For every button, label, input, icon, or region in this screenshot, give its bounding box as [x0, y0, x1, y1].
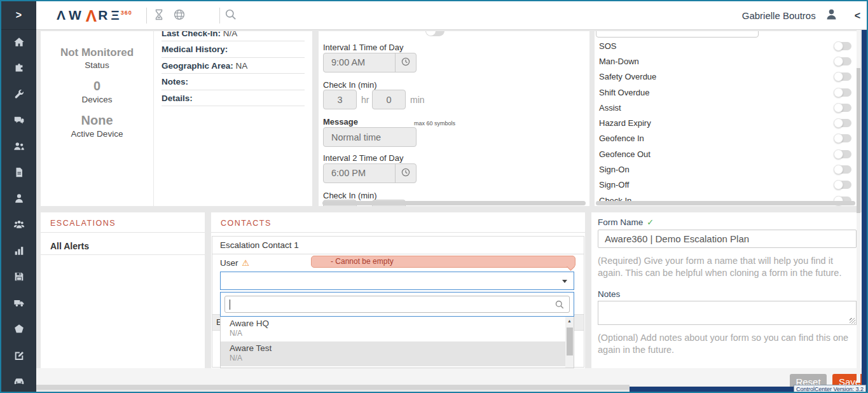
safety-overdue-toggle[interactable] [834, 72, 851, 81]
shift-overdue-toggle[interactable] [834, 88, 851, 97]
text-cursor [230, 300, 230, 310]
warning-triangle-icon: ⚠ [242, 258, 250, 268]
user-avatar-icon[interactable] [825, 8, 838, 24]
alert-row-sos: SOS [595, 38, 857, 53]
status-label: Status [41, 60, 153, 70]
escalation-contact-1-header[interactable]: Escalation Contact 1 [212, 237, 584, 254]
clipped-toggle[interactable] [425, 31, 444, 36]
user-select[interactable] [220, 272, 574, 290]
top-bar: ΛWΛRΞ360 Gabrielle Boutros < [36, 1, 867, 30]
alert-row-geofence-in: Geofence In [595, 131, 857, 146]
details-panel: Last Check-In: N/A Medical History: Geog… [154, 31, 312, 206]
assist-toggle[interactable] [834, 104, 851, 112]
logo-360-sup: 360 [121, 10, 132, 16]
search-icon[interactable] [224, 8, 238, 22]
globe-icon[interactable] [173, 8, 187, 22]
detail-row-geographic-area: Geographic Area: NA [162, 58, 305, 74]
notes-textarea[interactable] [598, 301, 857, 325]
dropdown-scrollbar: ▲ [565, 317, 574, 368]
sign-on-toggle[interactable] [834, 165, 851, 174]
clipped-input[interactable] [596, 31, 759, 38]
checkin1-hr-input[interactable] [323, 90, 357, 109]
devices-count: 0 [41, 79, 153, 93]
nav-reports[interactable] [1, 160, 36, 186]
alert-types-panel: SOS Man-Down Safety Overdue Shift Overdu… [595, 31, 857, 206]
interval2-clock-button[interactable] [395, 164, 416, 183]
sidebar-expand-button[interactable]: > [1, 1, 36, 30]
dropdown-option-aware-test[interactable]: Aware Test N/A [221, 341, 574, 366]
scrollbar-thumb[interactable] [567, 328, 573, 355]
escalation-item-all-alerts[interactable]: All Alerts [50, 238, 205, 254]
alert-row-sign-off: Sign-Off [595, 177, 857, 193]
man-down-toggle[interactable] [834, 57, 851, 66]
validation-error-tooltip: - Cannot be empty [311, 256, 575, 268]
nav-tools[interactable] [1, 82, 36, 108]
nav-saved[interactable] [1, 265, 36, 291]
divider [219, 8, 220, 24]
nav-home[interactable] [1, 30, 36, 56]
horizontal-scrollbar[interactable] [322, 201, 586, 205]
notes-hint: (Optional) Add notes about your form so … [598, 332, 857, 356]
message-label: Message [323, 117, 358, 127]
nav-forms[interactable] [1, 343, 36, 369]
interval2-label: Interval 2 Time of Day [323, 153, 403, 163]
scroll-up-arrow[interactable]: ▲ [565, 317, 574, 326]
escalations-panel: ESCALATIONS All Alerts [41, 212, 205, 368]
user-name: Gabrielle Boutros [742, 10, 816, 21]
horizontal-scrollbar[interactable] [596, 201, 855, 205]
form-settings-panel: Form Name✓ (Required) Give your form a n… [591, 212, 863, 368]
dropdown-option-aware-hq[interactable]: Aware HQ N/A [221, 317, 574, 341]
interval2-time-input[interactable]: 6:00 PM [324, 164, 395, 183]
sign-off-toggle[interactable] [834, 181, 851, 189]
save-floppy-icon [13, 271, 25, 285]
topbar-right: Gabrielle Boutros < [742, 1, 860, 30]
nav-zones[interactable] [1, 317, 36, 343]
resize-grip-icon[interactable] [850, 318, 855, 324]
pentagon-icon [13, 323, 25, 337]
car-icon [13, 375, 25, 389]
nav-modules[interactable] [1, 56, 36, 82]
interval1-clock-button[interactable] [395, 53, 416, 72]
aware360-logo[interactable]: ΛWΛRΞ360 [57, 7, 132, 24]
hourglass-icon[interactable] [153, 8, 167, 22]
collapse-panel-chevron[interactable]: < [855, 10, 860, 22]
clock-icon [401, 167, 411, 180]
alert-row-sign-on: Sign-On [595, 162, 857, 177]
logo-arrow-icon: Λ [86, 8, 97, 24]
geofence-in-toggle[interactable] [834, 134, 851, 142]
document-icon [13, 167, 25, 181]
checkin1-min-input[interactable] [372, 90, 406, 109]
people-group-icon [13, 219, 25, 233]
active-device-label: Active Device [41, 129, 153, 139]
person-icon [13, 193, 25, 207]
dropdown-search-field[interactable] [224, 296, 570, 313]
version-tooltip: ControlCenter Version: 3.2 [794, 385, 866, 393]
divider [41, 254, 205, 255]
user-dropdown-results: Aware HQ N/A Aware Test N/A ▲ [220, 317, 574, 368]
hr-unit-label: hr [361, 95, 369, 105]
user-dropdown [220, 292, 574, 317]
wrench-icon [13, 88, 25, 102]
escalations-title: ESCALATIONS [50, 219, 116, 228]
page-vertical-scrollbar-thumb[interactable] [857, 68, 860, 213]
logo-text: ΛW [57, 7, 85, 24]
nav-messages[interactable] [1, 108, 36, 134]
sos-toggle[interactable] [834, 42, 851, 50]
nav-users[interactable] [1, 134, 36, 160]
notes-label: Notes [598, 289, 857, 299]
nav-groups[interactable] [1, 212, 36, 238]
window-frame-right [862, 30, 867, 392]
contacts-panel: CONTACTS Escalation Contact 1 User⚠ - Ca… [211, 212, 585, 368]
interval1-time-input[interactable]: 9:00 AM [324, 53, 395, 72]
geofence-out-toggle[interactable] [834, 150, 851, 158]
message-input[interactable] [323, 127, 417, 147]
page-horizontal-scrollbar[interactable] [36, 385, 630, 390]
hazard-expiry-toggle[interactable] [834, 119, 851, 127]
nav-fleet[interactable] [1, 291, 36, 317]
nav-profile[interactable] [1, 186, 36, 212]
nav-analytics[interactable] [1, 238, 36, 265]
nav-vehicles[interactable] [1, 369, 36, 393]
min-unit-label: min [410, 95, 425, 105]
form-name-input[interactable] [598, 230, 857, 248]
checkin2-label: Check In (min) [323, 191, 377, 200]
